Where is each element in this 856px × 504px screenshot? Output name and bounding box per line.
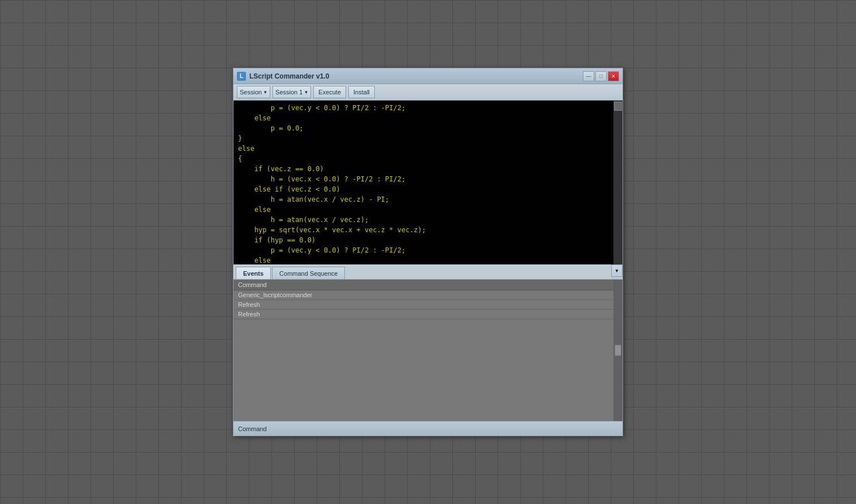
panel-scrollbar-thumb[interactable] (615, 345, 621, 356)
session-dropdown[interactable]: Session ▼ (237, 86, 270, 98)
execute-button[interactable]: Execute (313, 86, 346, 98)
window-controls: — □ ✕ (583, 71, 619, 81)
main-window: L LScript Commander v1.0 — □ ✕ Session ▼… (233, 68, 623, 436)
maximize-button[interactable]: □ (595, 71, 607, 81)
list-item[interactable]: Refresh (234, 300, 622, 310)
toolbar: Session ▼ Session 1 ▼ Execute Install (234, 84, 622, 101)
events-column-header: Command (234, 280, 622, 290)
list-item[interactable]: Refresh (234, 310, 622, 319)
code-content: p = (vec.y < 0.0) ? PI/2 : -PI/2; else p… (238, 103, 618, 264)
code-scrollbar[interactable] (613, 101, 622, 264)
minimize-button[interactable]: — (583, 71, 594, 81)
scrollbar-thumb[interactable] (614, 102, 622, 111)
bottom-bar: Command (234, 421, 622, 436)
app-icon: L (237, 72, 246, 81)
session1-dropdown[interactable]: Session 1 ▼ (273, 86, 311, 98)
code-container: p = (vec.y < 0.0) ? PI/2 : -PI/2; else p… (234, 101, 622, 264)
title-bar-left: L LScript Commander v1.0 (237, 72, 329, 81)
list-item[interactable]: Generic_lscriptcommander (234, 290, 622, 300)
tab-dropdown-button[interactable]: ▼ (611, 264, 622, 277)
close-button[interactable]: ✕ (608, 71, 619, 81)
tab-bar: Events Command Sequence (234, 264, 611, 279)
install-button[interactable]: Install (348, 86, 375, 98)
window-title: LScript Commander v1.0 (249, 72, 329, 80)
code-editor[interactable]: p = (vec.y < 0.0) ? PI/2 : -PI/2; else p… (234, 101, 622, 264)
session1-dropdown-arrow: ▼ (304, 90, 308, 95)
bottom-label: Command (238, 425, 267, 432)
tab-events[interactable]: Events (236, 267, 271, 279)
events-panel: Command Generic_lscriptcommanderRefreshR… (234, 280, 622, 421)
events-list: Generic_lscriptcommanderRefreshRefresh (234, 290, 622, 319)
tab-command-sequence[interactable]: Command Sequence (272, 267, 345, 279)
panel-scrollbar[interactable] (613, 280, 622, 421)
title-bar: L LScript Commander v1.0 — □ ✕ (234, 68, 622, 84)
session-dropdown-arrow: ▼ (263, 90, 267, 95)
